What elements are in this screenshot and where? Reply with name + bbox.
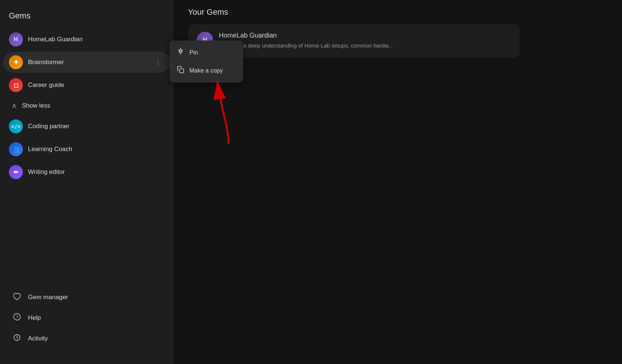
help-button[interactable]: ? Help [3, 308, 170, 328]
sidebar-item-label-career: Career guide [28, 81, 164, 89]
learning-icon: 📘 [12, 146, 20, 153]
sidebar-item-career[interactable]: ◻ Career guide [3, 74, 170, 96]
menu-item-pin[interactable]: Pin [170, 43, 243, 62]
pin-icon [177, 48, 184, 57]
sidebar-item-learning[interactable]: 📘 Learning Coach [3, 139, 170, 160]
sidebar-item-label-learning: Learning Coach [28, 146, 164, 153]
gem-card-description: You have a deep understanding of Home La… [219, 42, 511, 50]
gem-manager-label: Gem manager [28, 294, 68, 301]
sidebar-item-coding[interactable]: </> Coding partner [3, 116, 170, 137]
sidebar: Gems H HomeLab Guardian ✦ Brainstormer ⋮… [0, 0, 173, 364]
context-menu: Pin Make a copy [170, 41, 243, 83]
help-icon: ? [12, 312, 22, 323]
sidebar-item-writing[interactable]: ✏ Writing editor [3, 161, 170, 183]
avatar-brainstormer: ✦ [9, 55, 23, 69]
sidebar-item-label-writing: Writing editor [28, 168, 164, 176]
sidebar-title: Gems [0, 7, 173, 28]
chevron-up-icon: ∧ [12, 102, 17, 110]
avatar-career: ◻ [9, 78, 23, 92]
show-less-toggle[interactable]: ∧ Show less [3, 98, 170, 113]
show-less-label: Show less [22, 102, 50, 109]
writing-icon: ✏ [14, 169, 18, 176]
sidebar-item-homelab[interactable]: H HomeLab Guardian [3, 29, 170, 50]
sidebar-bottom: Gem manager ? Help Activity [0, 287, 173, 357]
gem-card-content: HomeLab Guardian You have a deep underst… [219, 32, 511, 50]
gem-card-title: HomeLab Guardian [219, 32, 511, 39]
avatar-writing: ✏ [9, 165, 23, 179]
menu-label-pin: Pin [189, 49, 198, 56]
activity-icon [12, 333, 22, 344]
activity-label: Activity [28, 335, 48, 342]
menu-label-make-copy: Make a copy [189, 67, 223, 74]
help-label: Help [28, 314, 41, 322]
coding-icon: </> [11, 123, 20, 129]
sidebar-item-label-coding: Coding partner [28, 123, 164, 130]
menu-item-make-copy[interactable]: Make a copy [170, 62, 243, 80]
sidebar-item-brainstormer[interactable]: ✦ Brainstormer ⋮ [3, 52, 170, 73]
activity-button[interactable]: Activity [3, 329, 170, 349]
gem-manager-button[interactable]: Gem manager [3, 287, 170, 307]
svg-rect-3 [180, 69, 184, 73]
svg-text:?: ? [16, 314, 18, 320]
sidebar-item-label-homelab: HomeLab Guardian [28, 36, 164, 43]
avatar-coding: </> [9, 119, 23, 133]
more-button-brainstormer[interactable]: ⋮ [152, 56, 164, 68]
your-gems-title: Your Gems [188, 7, 607, 17]
copy-icon [177, 66, 184, 75]
avatar-homelab: H [9, 32, 23, 46]
gem-manager-icon [12, 292, 22, 303]
avatar-learning: 📘 [9, 142, 23, 156]
sidebar-item-label-brainstormer: Brainstormer [28, 59, 152, 66]
